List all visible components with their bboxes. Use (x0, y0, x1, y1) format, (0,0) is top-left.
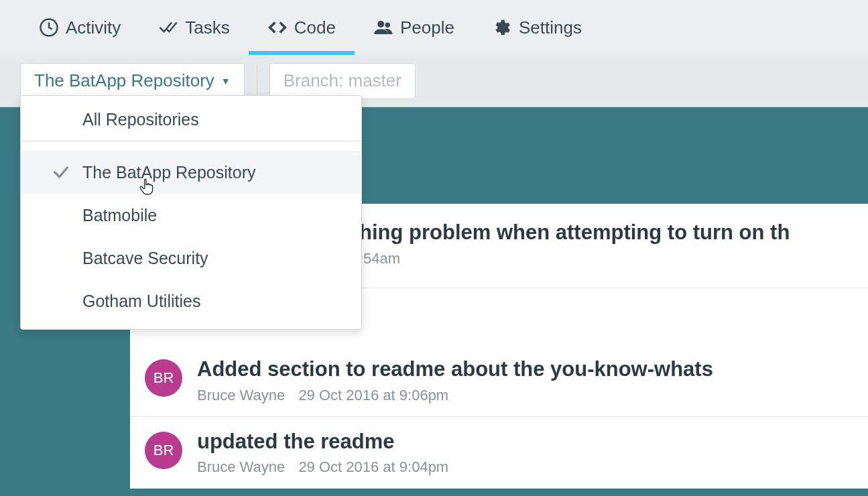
dropdown-item-label: The BatApp Repository (82, 163, 255, 182)
nav-activity-label: Activity (66, 17, 121, 38)
commit-timestamp: 29 Oct 2016 at 9:04pm (298, 458, 448, 475)
nav-people[interactable]: People (355, 0, 473, 55)
dropdown-item-batapp[interactable]: The BatApp Repository (21, 151, 361, 194)
dropdown-item-batcave[interactable]: Batcave Security (21, 237, 361, 280)
dropdown-item-batmobile[interactable]: Batmobile (21, 194, 361, 237)
repo-dropdown: All Repositories The BatApp Repository B… (20, 95, 362, 330)
nav-tasks-label: Tasks (185, 17, 229, 38)
clock-icon (39, 17, 59, 38)
dropdown-item-label: All Repositories (82, 110, 199, 129)
nav-settings[interactable]: Settings (473, 0, 601, 55)
commit-timestamp: :54am (359, 250, 400, 267)
repo-selector-label: The BatApp Repository (34, 70, 214, 91)
top-nav: Activity Tasks Code People Settings (0, 0, 868, 55)
nav-code-label: Code (294, 17, 336, 38)
nav-settings-label: Settings (519, 17, 582, 38)
commit-author: Bruce Wayne (197, 458, 285, 475)
people-icon (373, 17, 393, 38)
commit-meta: Bruce Wayne 29 Oct 2016 at 9:06pm (197, 387, 855, 404)
commit-title: updated the readme (197, 429, 855, 455)
avatar: BR (145, 432, 182, 469)
separator (257, 65, 257, 97)
avatar: BR (145, 359, 182, 397)
dropdown-item-label: Batcave Security (82, 249, 208, 268)
filter-bar: The BatApp Repository ▼ Branch: master A… (0, 55, 868, 107)
nav-code[interactable]: Code (249, 0, 355, 55)
check-icon (52, 163, 70, 182)
code-icon (267, 17, 288, 38)
branch-selector-label: Branch: master (284, 70, 401, 91)
nav-activity[interactable]: Activity (20, 0, 139, 55)
pointer-cursor-icon (139, 178, 154, 196)
commit-title: hing problem when attempting to turn on … (359, 220, 855, 246)
dropdown-item-all[interactable]: All Repositories (21, 99, 361, 141)
dropdown-item-gotham[interactable]: Gotham Utilities (21, 280, 361, 322)
svg-point-1 (377, 21, 384, 27)
nav-people-label: People (400, 17, 454, 38)
commit-author: Bruce Wayne (197, 387, 285, 404)
commit-timestamp: 29 Oct 2016 at 9:06pm (298, 387, 448, 404)
commit-meta: Bruce Wayne 29 Oct 2016 at 9:04pm (197, 458, 855, 476)
nav-tasks[interactable]: Tasks (139, 0, 248, 55)
dropdown-item-label: Gotham Utilities (82, 292, 200, 311)
commit-row[interactable]: BR Added section to readme about the you… (130, 345, 868, 417)
commit-row[interactable]: BR updated the readme Bruce Wayne 29 Oct… (130, 417, 868, 489)
commit-title: Added section to readme about the you-kn… (197, 357, 855, 383)
commit-meta: :54am (359, 250, 855, 267)
dropdown-item-label: Batmobile (82, 206, 157, 225)
svg-point-2 (385, 23, 390, 28)
repo-selector[interactable]: The BatApp Repository ▼ (20, 63, 245, 99)
branch-selector[interactable]: Branch: master (269, 63, 416, 99)
gear-icon (492, 17, 512, 38)
double-check-icon (158, 17, 178, 38)
caret-down-icon: ▼ (221, 76, 231, 86)
